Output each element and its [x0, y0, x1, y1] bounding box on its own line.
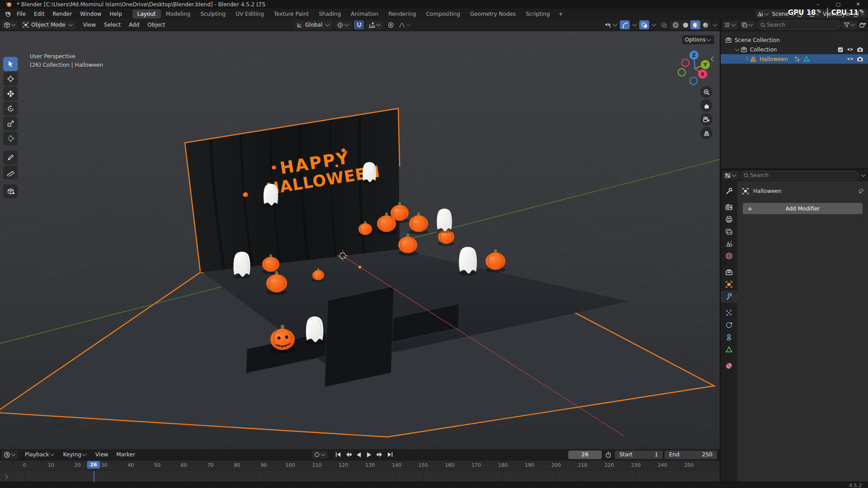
add-modifier-button[interactable]: + Add Modifier: [743, 203, 863, 214]
menu-window[interactable]: Window: [76, 9, 105, 19]
add-workspace-button[interactable]: +: [555, 10, 566, 18]
pivot-point-selector[interactable]: [335, 21, 351, 29]
snap-target-selector[interactable]: [367, 21, 383, 29]
proportional-falloff-selector[interactable]: [398, 20, 411, 29]
properties-tab-collection[interactable]: [721, 266, 737, 278]
navigation-gizmo[interactable]: Z Y X: [675, 48, 717, 91]
expand-icon[interactable]: [744, 56, 749, 61]
hide-viewport-icon[interactable]: [847, 46, 854, 53]
properties-tab-modifier[interactable]: [721, 291, 737, 303]
overlays-toggle[interactable]: [639, 20, 649, 29]
timeline-tracks[interactable]: [0, 471, 720, 482]
outliner-row-halloween[interactable]: Halloween: [721, 54, 868, 64]
jump-to-end-button[interactable]: [385, 450, 395, 459]
properties-tab-object[interactable]: [721, 278, 737, 291]
workspace-tab-sculpting[interactable]: Sculpting: [195, 9, 231, 19]
properties-tab-tool[interactable]: [721, 185, 737, 197]
properties-tab-particles[interactable]: [721, 307, 737, 319]
tool-rotate[interactable]: [3, 102, 18, 116]
checkbox-checked-icon[interactable]: [837, 47, 844, 53]
workspace-tab-layout[interactable]: Layout: [132, 9, 161, 19]
workspace-tab-rendering[interactable]: Rendering: [383, 9, 421, 19]
properties-tab-physics[interactable]: [721, 319, 737, 331]
outliner-row-collection[interactable]: Collection: [721, 45, 868, 54]
zoom-button[interactable]: [700, 86, 712, 98]
viewport-menu-select[interactable]: Select: [100, 20, 125, 29]
gizmo-axis-negx[interactable]: [682, 59, 689, 66]
properties-tab-data[interactable]: [721, 343, 737, 356]
object-visibility-selector[interactable]: [604, 20, 618, 29]
workspace-tab-animation[interactable]: Animation: [346, 9, 383, 19]
shading-wireframe-button[interactable]: [670, 20, 680, 29]
current-frame-field[interactable]: 26: [568, 450, 602, 459]
pin-icon[interactable]: [858, 188, 864, 195]
outliner-search[interactable]: [757, 20, 840, 30]
viewport-menu-view[interactable]: View: [79, 20, 100, 29]
gizmos-toggle[interactable]: [620, 20, 630, 29]
menu-help[interactable]: Help: [105, 9, 126, 19]
play-reverse-button[interactable]: [354, 450, 363, 459]
tool-cursor[interactable]: [3, 72, 18, 86]
timeline-menu-view[interactable]: View: [91, 450, 112, 459]
properties-tab-output[interactable]: [721, 213, 737, 225]
tool-scale[interactable]: [3, 117, 18, 131]
properties-tab-material[interactable]: [721, 360, 737, 372]
timeline-menu-playback[interactable]: Playback: [21, 450, 59, 459]
gizmo-axis-negz[interactable]: [690, 77, 697, 84]
properties-tab-scene[interactable]: [721, 238, 737, 250]
tool-add-cube[interactable]: [3, 184, 18, 198]
transform-orientation-selector[interactable]: Global: [295, 21, 332, 29]
timeline-menu-marker[interactable]: Marker: [112, 450, 139, 459]
start-frame-field[interactable]: Start 1: [615, 450, 663, 459]
editor-type-button[interactable]: [2, 21, 18, 29]
pan-button[interactable]: [700, 99, 712, 112]
previous-keyframe-button[interactable]: [344, 450, 353, 459]
playhead[interactable]: 26: [87, 461, 100, 469]
shading-material-button[interactable]: [690, 20, 700, 29]
outliner-filter-type[interactable]: [740, 21, 755, 29]
proportional-editing-toggle[interactable]: [386, 20, 396, 29]
new-collection-icon[interactable]: [859, 21, 866, 28]
properties-tab-constraints[interactable]: [721, 331, 737, 343]
end-frame-field[interactable]: End 250: [665, 450, 717, 459]
timeline-menu-keying[interactable]: Keying: [59, 450, 91, 459]
workspace-tab-shading[interactable]: Shading: [314, 9, 346, 19]
camera-view-button[interactable]: [700, 113, 712, 126]
perspective-toggle-button[interactable]: [700, 127, 712, 139]
jump-to-start-button[interactable]: [333, 450, 343, 459]
properties-search[interactable]: [740, 171, 859, 180]
properties-tab-render[interactable]: [721, 201, 737, 213]
expand-channels-icon[interactable]: [3, 474, 8, 479]
menu-edit[interactable]: Edit: [30, 9, 48, 19]
hide-render-icon[interactable]: [857, 46, 863, 53]
play-button[interactable]: [364, 450, 374, 459]
menu-file[interactable]: File: [13, 9, 30, 19]
viewport-menu-object[interactable]: Object: [143, 20, 169, 29]
menu-render[interactable]: Render: [48, 9, 76, 19]
workspace-tab-modeling[interactable]: Modeling: [161, 9, 196, 19]
auto-keying-toggle[interactable]: [312, 450, 328, 459]
workspace-tab-texture-paint[interactable]: Texture Paint: [269, 9, 314, 19]
viewport-3d[interactable]: Object Mode ViewSelectAddObject Global: [0, 19, 720, 449]
hide-viewport-icon[interactable]: [847, 56, 854, 62]
shading-solid-button[interactable]: [680, 20, 690, 29]
workspace-tab-geometry-nodes[interactable]: Geometry Nodes: [465, 9, 521, 19]
properties-search-input[interactable]: [749, 172, 856, 179]
workspace-tab-uv-editing[interactable]: UV Editing: [231, 9, 269, 19]
properties-editor-type[interactable]: [722, 171, 739, 180]
outliner-display-mode[interactable]: [722, 21, 738, 29]
timeline-editor-type[interactable]: [2, 450, 18, 459]
mode-selector[interactable]: Object Mode: [21, 21, 75, 29]
tool-measure[interactable]: [3, 165, 18, 179]
options-button[interactable]: Options: [682, 35, 714, 44]
tool-tweak[interactable]: [3, 57, 18, 71]
gizmo-axis-negy[interactable]: [678, 69, 685, 76]
viewport-menu-add[interactable]: Add: [125, 20, 143, 29]
outliner-row-scene-collection[interactable]: Scene Collection: [721, 35, 868, 45]
collapse-icon[interactable]: [735, 47, 740, 51]
next-keyframe-button[interactable]: [375, 450, 384, 459]
outliner-search-input[interactable]: [766, 21, 837, 28]
use-preview-range-button[interactable]: [604, 450, 613, 459]
tool-annotate[interactable]: [3, 150, 18, 164]
xray-toggle[interactable]: [659, 20, 669, 29]
